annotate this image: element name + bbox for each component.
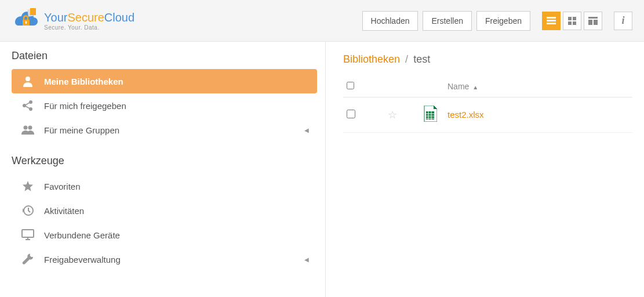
svg-rect-12 xyxy=(588,17,598,19)
column-name-header: Name xyxy=(447,82,469,91)
xlsx-file-icon xyxy=(423,106,437,122)
person-icon xyxy=(20,75,36,88)
view-list-button[interactable] xyxy=(542,12,561,30)
row-checkbox[interactable] xyxy=(347,110,355,118)
logo-tagline: Secure. Your. Data. xyxy=(44,24,134,31)
create-button[interactable]: Erstellen xyxy=(423,11,471,31)
sidebar-item-label: Freigabeverwaltung xyxy=(44,255,121,265)
sidebar-item-label: Verbundene Geräte xyxy=(44,230,120,240)
sidebar-item-label: Favoriten xyxy=(44,182,81,191)
sort-by-name[interactable]: Name ▲ xyxy=(447,82,632,91)
sidebar-item-favorites[interactable]: Favoriten xyxy=(12,174,317,198)
sidebar-item-label: Für mich freigegeben xyxy=(44,101,126,111)
table-row[interactable]: ☆ test2.xlsx xyxy=(343,97,632,133)
info-button[interactable]: i xyxy=(614,12,632,30)
svg-rect-7 xyxy=(547,23,556,24)
svg-rect-24 xyxy=(22,230,34,237)
breadcrumb-current: test xyxy=(413,53,430,65)
sidebar-item-activities[interactable]: Aktivitäten xyxy=(12,198,317,223)
sidebar-files-title: Dateien xyxy=(12,50,317,62)
sidebar-tools-title: Werkzeuge xyxy=(12,155,317,167)
breadcrumb-root[interactable]: Bibliotheken xyxy=(343,53,400,65)
svg-rect-8 xyxy=(568,17,572,20)
svg-rect-10 xyxy=(568,21,572,25)
breadcrumb-separator: / xyxy=(405,53,408,65)
svg-rect-5 xyxy=(547,17,556,19)
svg-point-16 xyxy=(23,104,26,107)
svg-point-15 xyxy=(26,77,30,81)
svg-point-17 xyxy=(29,100,32,104)
svg-rect-11 xyxy=(573,21,576,25)
star-icon xyxy=(20,180,36,193)
sidebar-item-my-libraries[interactable]: Meine Bibliotheken xyxy=(12,69,317,93)
upload-button[interactable]: Hochladen xyxy=(362,11,419,31)
select-all-checkbox[interactable] xyxy=(347,82,354,89)
sidebar-item-label: Meine Bibliotheken xyxy=(44,77,123,86)
svg-rect-2 xyxy=(26,22,27,24)
sidebar-item-shared-with-me[interactable]: Für mich freigegeben xyxy=(12,93,317,118)
sidebar-item-share-management[interactable]: Freigabeverwaltung ◀ xyxy=(12,247,317,271)
svg-rect-9 xyxy=(573,17,576,20)
sidebar-item-label: Aktivitäten xyxy=(44,206,84,216)
svg-rect-13 xyxy=(588,20,592,25)
svg-line-20 xyxy=(26,106,30,108)
monitor-icon xyxy=(20,229,36,241)
view-grid-button[interactable] xyxy=(563,12,581,30)
app-logo[interactable]: YourSecureCloud Secure. Your. Data. xyxy=(12,7,134,35)
collapse-arrow-icon: ◀ xyxy=(304,256,309,263)
share-icon xyxy=(20,99,36,112)
group-icon xyxy=(20,124,36,136)
view-columns-button[interactable] xyxy=(584,12,602,30)
sidebar-item-label: Für meine Gruppen xyxy=(44,125,119,135)
file-name-link[interactable]: test2.xlsx xyxy=(447,110,484,119)
collapse-arrow-icon: ◀ xyxy=(304,127,309,133)
sidebar-item-connected-devices[interactable]: Verbundene Geräte xyxy=(12,223,317,247)
favorite-star-icon[interactable]: ☆ xyxy=(388,109,397,121)
breadcrumb: Bibliotheken / test xyxy=(343,53,632,66)
svg-line-19 xyxy=(26,103,30,105)
wrench-icon xyxy=(20,253,36,266)
cloud-lock-icon xyxy=(12,7,39,35)
svg-point-21 xyxy=(24,126,28,130)
svg-point-22 xyxy=(28,126,32,130)
logo-title: YourSecureCloud xyxy=(44,11,134,24)
sidebar-item-my-groups[interactable]: Für meine Gruppen ◀ xyxy=(12,118,317,142)
svg-rect-6 xyxy=(547,20,556,21)
svg-rect-4 xyxy=(30,8,36,15)
svg-point-18 xyxy=(29,107,32,111)
sort-asc-icon: ▲ xyxy=(472,84,478,90)
history-icon xyxy=(20,204,36,217)
share-button[interactable]: Freigeben xyxy=(476,11,530,31)
svg-rect-14 xyxy=(594,20,598,25)
